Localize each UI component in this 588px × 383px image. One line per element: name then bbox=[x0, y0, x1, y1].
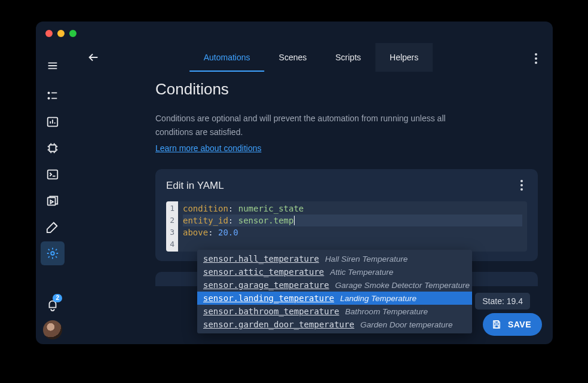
svg-rect-20 bbox=[48, 170, 58, 179]
autocomplete-item[interactable]: sensor.hall_temperatureHall Siren Temper… bbox=[197, 252, 472, 265]
svg-rect-27 bbox=[495, 321, 498, 323]
svg-marker-23 bbox=[50, 200, 53, 204]
user-avatar[interactable] bbox=[43, 320, 62, 339]
entity-id: sensor.attic_temperature bbox=[203, 267, 324, 277]
code-content[interactable]: condition: numeric_stateentity_id: senso… bbox=[178, 201, 527, 252]
tabs: Automations Scenes Scripts Helpers bbox=[189, 43, 433, 72]
svg-rect-28 bbox=[495, 325, 498, 328]
svg-point-3 bbox=[48, 92, 49, 93]
card-overflow-menu[interactable] bbox=[512, 175, 532, 195]
sidebar-item-terminal[interactable] bbox=[41, 163, 65, 186]
window-controls bbox=[45, 30, 76, 37]
line-gutter: 1234 bbox=[166, 201, 178, 252]
minimize-window-button[interactable] bbox=[57, 30, 65, 37]
autocomplete-item[interactable]: sensor.garden_door_temperatureGarden Doo… bbox=[197, 318, 472, 331]
entity-friendly-name: Bathroom Temperature bbox=[345, 307, 428, 316]
yaml-editor-card: Edit in YAML 1234 condition: numeric_sta… bbox=[155, 169, 538, 261]
back-button[interactable] bbox=[80, 44, 106, 71]
tab-automations[interactable]: Automations bbox=[189, 43, 265, 72]
top-bar: Automations Scenes Scripts Helpers bbox=[69, 43, 553, 72]
entity-id: sensor.bathroom_temperature bbox=[203, 307, 339, 316]
entity-friendly-name: Attic Temperature bbox=[330, 268, 393, 277]
sidebar-item-tools[interactable] bbox=[41, 215, 65, 239]
notifications-button[interactable]: 2 bbox=[41, 293, 65, 317]
save-button-label: SAVE bbox=[508, 320, 531, 329]
svg-rect-11 bbox=[50, 145, 56, 152]
section-title: Conditions bbox=[155, 80, 536, 99]
tab-scripts[interactable]: Scripts bbox=[321, 43, 375, 72]
tab-helpers[interactable]: Helpers bbox=[375, 43, 433, 72]
app-window: 2 Automations Scenes Scripts Helpers Con… bbox=[36, 22, 553, 344]
entity-friendly-name: Garden Door temperature bbox=[360, 320, 453, 329]
entity-id: sensor.garden_door_temperature bbox=[203, 320, 354, 329]
entity-state-tooltip: State: 19.4 bbox=[475, 293, 530, 310]
maximize-window-button[interactable] bbox=[69, 30, 76, 37]
entity-id: sensor.landing_temperature bbox=[203, 293, 334, 303]
sidebar-item-hardware[interactable] bbox=[41, 136, 65, 160]
entity-id: sensor.garage_temperature bbox=[203, 280, 329, 290]
svg-line-24 bbox=[54, 223, 57, 226]
save-icon bbox=[491, 319, 502, 330]
close-window-button[interactable] bbox=[45, 30, 53, 37]
svg-point-25 bbox=[51, 252, 54, 255]
entity-friendly-name: Landing Temperature bbox=[340, 294, 416, 303]
tab-scenes[interactable]: Scenes bbox=[265, 43, 321, 72]
notification-badge: 2 bbox=[53, 294, 62, 302]
page-overflow-menu[interactable] bbox=[525, 48, 547, 69]
card-title: Edit in YAML bbox=[166, 180, 527, 192]
entity-friendly-name: Garage Smoke Detector Temperature bbox=[335, 281, 470, 290]
autocomplete-item[interactable]: sensor.garage_temperatureGarage Smoke De… bbox=[197, 278, 472, 292]
svg-point-5 bbox=[48, 97, 49, 99]
sidebar-item-list[interactable] bbox=[41, 84, 65, 108]
autocomplete-item[interactable]: sensor.landing_temperatureLanding Temper… bbox=[197, 292, 472, 305]
entity-id: sensor.hall_temperature bbox=[203, 254, 319, 263]
sidebar-nav: 2 bbox=[36, 43, 69, 344]
section-description: Conditions are optional and will prevent… bbox=[155, 112, 466, 139]
save-button[interactable]: SAVE bbox=[483, 313, 542, 336]
autocomplete-item[interactable]: sensor.bathroom_temperatureBathroom Temp… bbox=[197, 305, 472, 318]
sidebar-item-analytics[interactable] bbox=[41, 110, 65, 134]
learn-more-link[interactable]: Learn more about conditions bbox=[155, 143, 261, 153]
autocomplete-item[interactable]: sensor.attic_temperatureAttic Temperatur… bbox=[197, 265, 472, 278]
code-editor[interactable]: 1234 condition: numeric_stateentity_id: … bbox=[166, 201, 527, 252]
sidebar-item-settings[interactable] bbox=[41, 241, 65, 265]
entity-friendly-name: Hall Siren Temperature bbox=[325, 255, 408, 263]
sidebar-item-media[interactable] bbox=[41, 189, 65, 213]
autocomplete-popup[interactable]: sensor.hall_temperatureHall Siren Temper… bbox=[197, 250, 472, 333]
